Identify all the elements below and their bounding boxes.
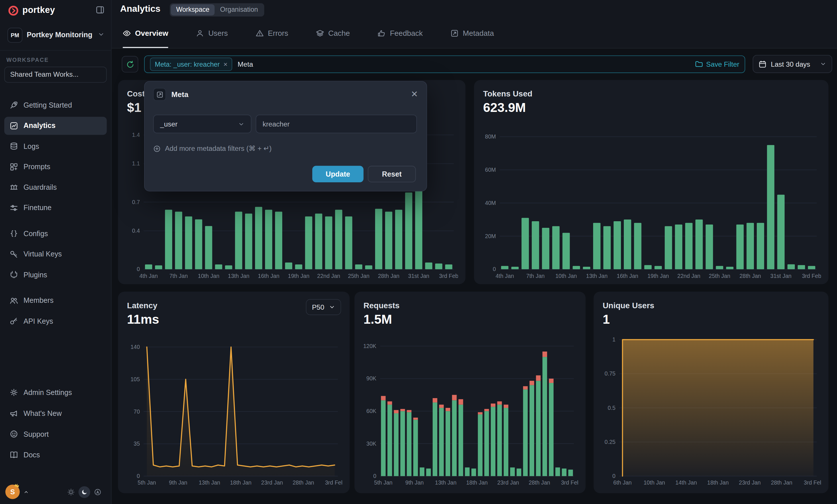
remove-filter-icon[interactable]: ×: [224, 61, 228, 68]
refresh-button[interactable]: [122, 56, 138, 73]
unique-users-card: Unique Users 1 00.250.50.7516th Jan10th …: [594, 292, 829, 493]
light-theme-icon[interactable]: [65, 486, 77, 498]
workspace-selector[interactable]: Shared Team Works...: [4, 67, 107, 83]
auto-theme-icon[interactable]: [92, 486, 104, 498]
refresh-icon: [126, 60, 135, 69]
folder-icon: [695, 60, 703, 69]
svg-text:18th Jan: 18th Jan: [230, 479, 252, 486]
analytics-icon: [10, 122, 18, 130]
svg-text:23rd Jan: 23rd Jan: [261, 479, 283, 486]
svg-text:19th Jan: 19th Jan: [288, 273, 309, 279]
metadata-key-select[interactable]: _user: [153, 115, 252, 133]
sidebar-item-support[interactable]: Support: [4, 425, 107, 444]
user-icon: [196, 29, 204, 37]
tab-label: Metadata: [463, 29, 494, 37]
sidebar-item-docs[interactable]: Docs: [4, 445, 107, 465]
svg-text:19th Jan: 19th Jan: [647, 273, 669, 279]
svg-text:3rd Feb: 3rd Feb: [561, 479, 578, 486]
update-button[interactable]: Update: [312, 166, 363, 182]
sidebar-item-guardrails[interactable]: Guardrails: [4, 178, 107, 196]
sidebar-item-prompts[interactable]: Prompts: [4, 157, 107, 175]
svg-text:0.25: 0.25: [605, 439, 616, 445]
save-filter-button[interactable]: Save Filter: [695, 60, 739, 69]
card-value: $1: [127, 100, 141, 115]
metadata-value-input[interactable]: [255, 115, 417, 133]
tab-errors[interactable]: Errors: [255, 19, 288, 48]
filter-query-text[interactable]: Meta: [237, 60, 253, 69]
tab-feedback[interactable]: Feedback: [378, 19, 423, 48]
sidebar-item-plugins[interactable]: Plugins: [4, 266, 107, 284]
collapse-sidebar-icon[interactable]: [95, 5, 105, 15]
chevron-down-icon: [329, 304, 335, 310]
sidebar-item-logs[interactable]: Logs: [4, 137, 107, 155]
sidebar-bottom-row: S: [0, 482, 111, 501]
tab-label: Users: [208, 29, 228, 37]
svg-text:25th Jan: 25th Jan: [348, 273, 369, 279]
svg-text:0: 0: [373, 473, 376, 479]
svg-text:16th Jan: 16th Jan: [258, 273, 279, 279]
tab-metadata[interactable]: Metadata: [450, 19, 494, 48]
layers-icon: [316, 29, 324, 37]
card-value: 623.9M: [483, 100, 526, 115]
svg-text:22nd Jan: 22nd Jan: [317, 273, 340, 279]
chevron-down-icon: [98, 31, 105, 38]
sidebar-item-admin-settings[interactable]: Admin Settings: [4, 383, 107, 402]
svg-text:16th Jan: 16th Jan: [617, 273, 638, 279]
org-switcher[interactable]: PM Portkey Monitoring: [0, 26, 111, 45]
svg-text:90K: 90K: [367, 375, 376, 381]
thumbs-up-icon: [378, 29, 386, 37]
latency-card: Latency 11ms P50 035701051405th Jan9th J…: [118, 292, 350, 493]
tab-users[interactable]: Users: [196, 19, 228, 48]
svg-text:60M: 60M: [485, 167, 496, 173]
add-more-filters-button[interactable]: Add more metadata filters (⌘ + ↵): [153, 145, 272, 152]
close-icon[interactable]: ✕: [411, 90, 418, 99]
gear-icon: [10, 388, 18, 397]
segment-organisation[interactable]: Organisation: [215, 4, 263, 16]
sidebar-item-whats-new[interactable]: What's New: [4, 404, 107, 423]
megaphone-icon: [10, 409, 18, 417]
svg-text:3rd Feb: 3rd Feb: [802, 273, 821, 279]
chevron-up-icon[interactable]: [23, 489, 29, 494]
prompts-icon: [10, 162, 18, 171]
requests-chart: 030K60K90K120K5th Jan9th Jan13th Jan18th…: [360, 336, 578, 487]
tab-cache[interactable]: Cache: [316, 19, 350, 48]
tab-bar: Overview Users Errors Cache Feedback Met…: [111, 19, 837, 48]
sidebar-item-label: Docs: [23, 451, 40, 459]
svg-text:28th Jan: 28th Jan: [740, 273, 761, 279]
svg-text:13th Jan: 13th Jan: [228, 273, 249, 279]
dark-theme-icon[interactable]: [78, 486, 90, 498]
logs-icon: [10, 142, 18, 151]
sidebar-item-configs[interactable]: Configs: [4, 224, 107, 242]
metadata-filter-row: _user: [153, 115, 417, 133]
configs-icon: [10, 229, 18, 238]
svg-text:40M: 40M: [485, 200, 496, 206]
svg-text:4th Jan: 4th Jan: [140, 273, 158, 279]
tab-overview[interactable]: Overview: [123, 19, 168, 48]
sidebar-item-label: API Keys: [23, 317, 53, 325]
svg-text:18th Jan: 18th Jan: [707, 479, 729, 486]
card-title: Requests: [363, 301, 400, 310]
date-range-button[interactable]: Last 30 days: [753, 55, 833, 73]
svg-text:22nd Jan: 22nd Jan: [677, 273, 700, 279]
segment-workspace[interactable]: Workspace: [171, 4, 215, 16]
sidebar-item-label: Virtual Keys: [23, 250, 62, 258]
rocket-icon: [10, 101, 18, 109]
scope-segmented-control: Workspace Organisation: [170, 3, 264, 17]
sidebar-item-virtual-keys[interactable]: Virtual Keys: [4, 245, 107, 263]
save-filter-label: Save Filter: [706, 60, 739, 69]
sidebar-item-members[interactable]: Members: [4, 291, 107, 310]
sidebar-item-finetune[interactable]: Finetune: [4, 199, 107, 217]
svg-text:1.4: 1.4: [132, 132, 140, 138]
finetune-icon: [10, 204, 18, 212]
org-name: Portkey Monitoring: [26, 31, 92, 39]
percentile-select[interactable]: P50: [306, 299, 341, 315]
filter-chip[interactable]: Meta: _user: kreacher ×: [150, 57, 232, 71]
filter-bar[interactable]: Meta: _user: kreacher × Meta Save Filter: [144, 56, 745, 73]
svg-text:10th Jan: 10th Jan: [644, 479, 665, 486]
sidebar-item-analytics[interactable]: Analytics: [4, 116, 107, 134]
svg-text:30K: 30K: [367, 441, 376, 447]
reset-button[interactable]: Reset: [368, 166, 416, 182]
sidebar-item-label: What's New: [23, 409, 61, 417]
sidebar-item-api-keys[interactable]: API Keys: [4, 312, 107, 330]
sidebar-item-getting-started[interactable]: Getting Started: [4, 96, 107, 114]
